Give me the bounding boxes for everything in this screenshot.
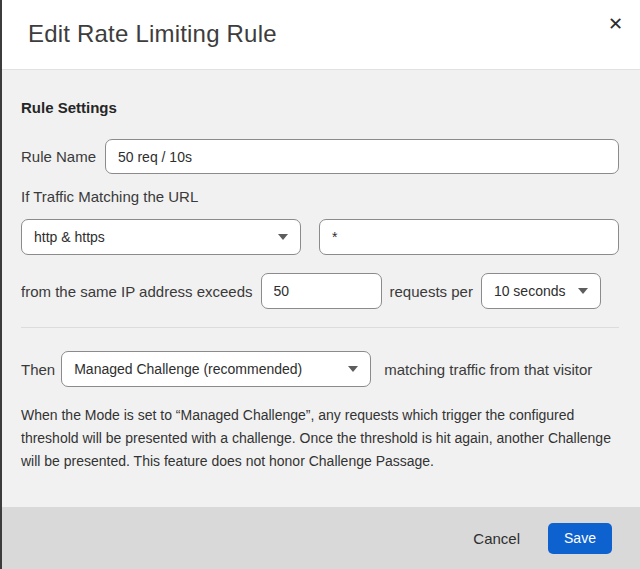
threshold-middle-label: requests per xyxy=(390,283,473,300)
scheme-select[interactable]: http & https xyxy=(21,219,301,255)
requests-count-input[interactable] xyxy=(261,273,382,309)
dialog-body: Rule Settings Rule Name If Traffic Match… xyxy=(2,70,640,507)
chevron-down-icon xyxy=(278,234,288,240)
period-select[interactable]: 10 seconds xyxy=(481,273,601,309)
rule-name-row: Rule Name xyxy=(21,139,619,174)
mode-select[interactable]: Managed Challenge (recommended) xyxy=(61,351,371,387)
scheme-select-value: http & https xyxy=(34,229,105,245)
edit-rate-limiting-rule-dialog: Edit Rate Limiting Rule ✕ Rule Settings … xyxy=(0,0,640,569)
dialog-footer: Cancel Save xyxy=(2,507,640,569)
threshold-row: from the same IP address exceeds request… xyxy=(21,273,619,309)
url-pattern-input[interactable] xyxy=(319,219,619,255)
then-label: Then xyxy=(21,361,55,378)
url-match-label: If Traffic Matching the URL xyxy=(21,188,619,205)
section-divider xyxy=(21,327,619,328)
mode-help-text: When the Mode is set to “Managed Challen… xyxy=(21,404,619,473)
dialog-header: Edit Rate Limiting Rule ✕ xyxy=(2,0,640,70)
chevron-down-icon xyxy=(578,288,588,294)
chevron-down-icon xyxy=(348,366,358,372)
url-match-row: http & https xyxy=(21,219,619,255)
cancel-button[interactable]: Cancel xyxy=(471,526,522,551)
mode-select-value: Managed Challenge (recommended) xyxy=(74,361,302,377)
rule-name-input[interactable] xyxy=(105,139,619,174)
save-button[interactable]: Save xyxy=(548,523,612,554)
period-select-value: 10 seconds xyxy=(494,283,566,299)
threshold-prefix-label: from the same IP address exceeds xyxy=(21,283,253,300)
close-icon[interactable]: ✕ xyxy=(606,11,625,37)
action-row: Then Managed Challenge (recommended) mat… xyxy=(21,351,619,387)
rule-name-label: Rule Name xyxy=(21,148,105,165)
dialog-title: Edit Rate Limiting Rule xyxy=(28,20,277,48)
rule-settings-heading: Rule Settings xyxy=(21,99,619,116)
action-suffix-label: matching traffic from that visitor xyxy=(384,361,592,378)
